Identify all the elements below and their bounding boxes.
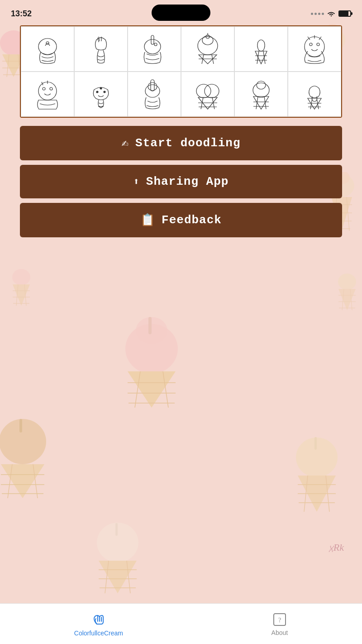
sharing-app-label: Sharing App — [146, 175, 229, 188]
svg-rect-106 — [151, 80, 154, 91]
svg-point-116 — [253, 83, 269, 97]
grid-cell-4[interactable] — [181, 26, 234, 72]
svg-point-84 — [198, 37, 218, 55]
svg-line-30 — [163, 371, 168, 408]
svg-marker-66 — [13, 284, 30, 306]
svg-point-103 — [96, 91, 98, 93]
status-bar: 13:52 — [0, 0, 362, 25]
svg-rect-27 — [148, 317, 152, 334]
grid-cell-9[interactable] — [128, 72, 181, 117]
watermark: ꭓRk — [329, 542, 344, 553]
svg-marker-36 — [1, 464, 44, 498]
grid-cell-6[interactable] — [288, 26, 341, 72]
pencil-icon: ✍ — [121, 136, 129, 150]
svg-point-102 — [50, 87, 52, 90]
bg-icecream-bottom-right — [290, 435, 344, 512]
svg-point-85 — [202, 36, 213, 45]
svg-line-68 — [24, 284, 26, 306]
svg-point-108 — [148, 82, 157, 91]
svg-point-105 — [100, 87, 102, 89]
svg-point-100 — [38, 82, 57, 100]
grid-cell-7[interactable] — [21, 72, 74, 117]
grid-cell-2[interactable] — [74, 26, 128, 72]
svg-line-67 — [16, 284, 18, 306]
grid-cell-10[interactable] — [181, 72, 234, 117]
hand-icon — [90, 611, 107, 628]
svg-point-26 — [136, 317, 167, 344]
tab-home[interactable]: ColorfullceCream — [56, 608, 141, 640]
grid-cell-5[interactable] — [234, 26, 288, 72]
svg-text:?: ? — [278, 617, 281, 624]
grid-cell-1[interactable] — [21, 26, 74, 72]
grid-cell-12[interactable] — [288, 72, 341, 117]
svg-marker-86 — [199, 55, 217, 64]
signal-dots-icon — [311, 13, 324, 15]
bg-icecream-bottom-left — [0, 417, 54, 498]
svg-marker-73 — [338, 289, 356, 310]
start-doodling-button[interactable]: ✍ Start doodling — [20, 126, 342, 160]
svg-point-104 — [104, 91, 105, 93]
coloring-pages-grid — [20, 25, 342, 118]
svg-line-53 — [105, 561, 109, 593]
battery-icon — [338, 10, 351, 17]
grid-cell-8[interactable] — [74, 72, 128, 117]
svg-line-125 — [317, 98, 319, 109]
svg-rect-35 — [19, 419, 22, 433]
sharing-app-button[interactable]: ⬆ Sharing App — [20, 165, 342, 198]
bg-icecream-center — [118, 317, 186, 408]
grid-cell-3[interactable] — [128, 26, 181, 72]
svg-point-34 — [0, 419, 46, 464]
svg-point-50 — [97, 523, 138, 562]
svg-marker-118 — [253, 96, 269, 109]
svg-point-99 — [317, 43, 319, 46]
status-time: 13:52 — [11, 9, 32, 19]
svg-line-54 — [127, 561, 130, 593]
bg-icecream-btm-center — [90, 521, 145, 593]
svg-point-79 — [38, 38, 57, 55]
status-icons — [311, 10, 351, 17]
svg-point-101 — [43, 87, 45, 90]
svg-marker-92 — [255, 51, 267, 64]
svg-point-109 — [196, 84, 211, 98]
share-icon: ⬆ — [133, 176, 140, 188]
svg-marker-123 — [308, 98, 321, 109]
tab-about[interactable]: ? About — [253, 608, 306, 640]
svg-line-94 — [263, 51, 265, 64]
svg-point-98 — [310, 43, 312, 46]
grid-cell-11[interactable] — [234, 72, 288, 117]
svg-rect-81 — [151, 35, 154, 44]
feedback-button[interactable]: 📋 Feedback — [20, 203, 342, 237]
start-doodling-label: Start doodling — [135, 136, 240, 150]
svg-point-97 — [305, 37, 324, 57]
grid-cells — [21, 26, 341, 117]
svg-line-74 — [342, 289, 344, 310]
menu-buttons: ✍ Start doodling ⬆ Sharing App 📋 Feedbac… — [20, 126, 342, 237]
help-icon: ? — [272, 612, 287, 627]
feedback-label: Feedback — [162, 213, 222, 227]
svg-point-42 — [296, 437, 338, 477]
svg-line-124 — [310, 98, 312, 109]
tab-about-label: About — [272, 629, 288, 636]
svg-point-83 — [154, 43, 157, 46]
svg-point-25 — [125, 324, 178, 374]
svg-line-29 — [135, 371, 140, 408]
svg-point-110 — [205, 84, 219, 98]
wifi-icon — [327, 10, 336, 17]
svg-point-117 — [257, 81, 266, 89]
svg-line-38 — [33, 464, 38, 498]
svg-marker-28 — [128, 371, 176, 408]
svg-line-45 — [304, 476, 308, 512]
svg-rect-43 — [314, 437, 317, 450]
svg-line-75 — [350, 289, 352, 310]
dynamic-island — [152, 5, 210, 21]
svg-line-37 — [8, 464, 12, 498]
tab-home-label: ColorfullceCream — [74, 630, 123, 637]
svg-marker-52 — [99, 561, 137, 593]
svg-line-46 — [326, 476, 329, 512]
svg-point-82 — [144, 39, 161, 54]
clipboard-icon: 📋 — [140, 213, 155, 227]
svg-line-120 — [264, 96, 266, 109]
svg-line-93 — [257, 51, 259, 64]
svg-line-119 — [256, 96, 258, 109]
tab-bar: ColorfullceCream ? About — [0, 603, 362, 644]
